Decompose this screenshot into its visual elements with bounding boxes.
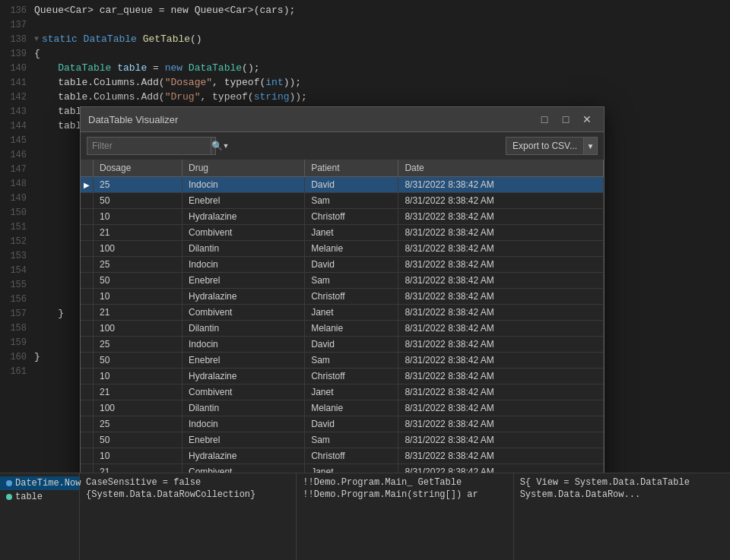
close-button[interactable]: ✕ <box>578 112 596 127</box>
cell-patient: David <box>305 337 398 353</box>
table-header: Dosage Drug Patient Date <box>81 160 604 177</box>
cell-drug: Hydralazine <box>182 448 305 464</box>
line-number: 160 <box>0 352 34 362</box>
line-code: table.Columns.Add("Dosage", typeof(int))… <box>34 77 301 88</box>
row-indicator-cell <box>81 432 94 448</box>
panel-entry: !!Demo.Program.Main_ GetTable <box>303 476 506 489</box>
line-code: } <box>34 351 40 362</box>
panel-entry: {System.Data.DataRowCollection} <box>86 489 290 501</box>
row-indicator-cell <box>81 448 94 464</box>
cell-date: 8/31/2022 8:38:42 AM <box>398 416 604 432</box>
right-panel-col-1: CaseSensitive = false{System.Data.DataRo… <box>80 473 297 560</box>
cell-drug: Dilantin <box>182 241 305 257</box>
table-row[interactable]: 25IndocinDavid8/31/2022 8:38:42 AM <box>81 337 604 353</box>
panel-entry: CaseSensitive = false <box>86 476 290 489</box>
table-row[interactable]: 25IndocinDavid8/31/2022 8:38:42 AM <box>81 257 604 273</box>
cell-date: 8/31/2022 8:38:42 AM <box>398 241 604 257</box>
table-row[interactable]: 21CombiventJanet8/31/2022 8:38:42 AM <box>81 305 604 321</box>
line-number: 140 <box>0 63 34 74</box>
table-row[interactable]: 100DilantinMelanie8/31/2022 8:38:42 AM <box>81 241 604 257</box>
column-header-drug[interactable]: Drug <box>182 160 305 177</box>
cell-dosage: 25 <box>94 257 182 273</box>
editor-line: 142 table.Columns.Add("Drug", typeof(str… <box>0 90 730 104</box>
cell-dosage: 21 <box>94 384 182 400</box>
minimize-button[interactable]: □ <box>535 112 554 127</box>
filter-input[interactable] <box>87 139 211 153</box>
line-number: 161 <box>0 366 34 377</box>
export-dropdown-button[interactable]: ▼ <box>583 138 597 154</box>
cell-dosage: 50 <box>94 432 182 448</box>
left-panel-item-datetime-now[interactable]: DateTime.Now <box>0 476 79 490</box>
line-code: table.Columns.Add("Drug", typeof(string)… <box>34 91 307 103</box>
row-indicator-cell <box>81 225 94 241</box>
cell-patient: Melanie <box>305 400 398 416</box>
row-indicator-cell <box>81 416 94 432</box>
editor-line: 136Queue<Car> car_queue = new Queue<Car>… <box>0 3 730 17</box>
cell-patient: Sam <box>305 273 398 289</box>
row-indicator-cell <box>81 241 94 257</box>
modal-titlebar[interactable]: DataTable Visualizer □ □ ✕ <box>81 107 604 132</box>
chevron-down-icon: ▼ <box>587 142 595 150</box>
table-row[interactable]: 10HydralazineChristoff8/31/2022 8:38:42 … <box>81 369 604 384</box>
table-row[interactable]: 100DilantinMelanie8/31/2022 8:38:42 AM <box>81 400 604 416</box>
table-row[interactable]: 50EnebrelSam8/31/2022 8:38:42 AM <box>81 353 604 369</box>
table-row[interactable]: 21CombiventJanet8/31/2022 8:38:42 AM <box>81 384 604 400</box>
panel-item-label: table <box>15 492 43 502</box>
cell-drug: Hydralazine <box>182 289 305 305</box>
line-code: Queue<Car> car_queue = new Queue<Car>(ca… <box>34 5 295 16</box>
cell-dosage: 10 <box>94 369 182 384</box>
table-row[interactable]: 10HydralazineChristoff8/31/2022 8:38:42 … <box>81 448 604 464</box>
line-code: static DataTable GetTable() <box>42 33 202 45</box>
table-row[interactable]: 50EnebrelSam8/31/2022 8:38:42 AM <box>81 273 604 289</box>
line-number: 136 <box>0 5 34 16</box>
cell-dosage: 50 <box>94 273 182 289</box>
line-number: 138 <box>0 34 34 45</box>
table-row[interactable]: 21CombiventJanet8/31/2022 8:38:42 AM <box>81 225 604 241</box>
line-number: 149 <box>0 193 34 204</box>
cell-dosage: 25 <box>94 177 182 193</box>
cell-drug: Enebrel <box>182 193 305 209</box>
table-row[interactable]: 50EnebrelSam8/31/2022 8:38:42 AM <box>81 432 604 448</box>
line-number: 151 <box>0 222 34 233</box>
cell-drug: Combivent <box>182 225 305 241</box>
line-number: 139 <box>0 49 34 59</box>
maximize-button[interactable]: □ <box>557 112 575 127</box>
row-indicator-cell <box>81 305 94 321</box>
line-code: DataTable table = new DataTable(); <box>34 62 259 74</box>
cell-dosage: 100 <box>94 241 182 257</box>
cell-patient: David <box>305 257 398 273</box>
cell-patient: Melanie <box>305 241 398 257</box>
line-number: 148 <box>0 179 34 189</box>
type-icon <box>6 480 12 486</box>
table-row[interactable]: 25IndocinDavid8/31/2022 8:38:42 AM <box>81 416 604 432</box>
cell-patient: Janet <box>305 305 398 321</box>
line-number: 137 <box>0 20 34 30</box>
table-row[interactable]: 50EnebrelSam8/31/2022 8:38:42 AM <box>81 193 604 209</box>
filter-search-button[interactable]: 🔍 ▼ <box>211 138 229 154</box>
table-row[interactable]: 100DilantinMelanie8/31/2022 8:38:42 AM <box>81 321 604 337</box>
column-header-date[interactable]: Date <box>398 160 604 177</box>
column-header-patient[interactable]: Patient <box>305 160 398 177</box>
table-row[interactable]: 10HydralazineChristoff8/31/2022 8:38:42 … <box>81 209 604 225</box>
export-csv-button[interactable]: Export to CSV... <box>506 138 583 154</box>
line-number: 142 <box>0 92 34 103</box>
cell-drug: Combivent <box>182 384 305 400</box>
filter-dropdown-arrow: ▼ <box>223 142 230 150</box>
editor-line: 138▼static DataTable GetTable() <box>0 32 730 46</box>
cell-date: 8/31/2022 8:38:42 AM <box>398 209 604 225</box>
line-code: } <box>34 308 64 319</box>
row-indicator-cell <box>81 209 94 225</box>
collapse-icon[interactable]: ▼ <box>34 35 39 43</box>
table-row[interactable]: 10HydralazineChristoff8/31/2022 8:38:42 … <box>81 289 604 305</box>
cell-dosage: 10 <box>94 448 182 464</box>
cell-date: 8/31/2022 8:38:42 AM <box>398 177 604 193</box>
left-panel-item-table[interactable]: table <box>0 490 79 504</box>
column-header-dosage[interactable]: Dosage <box>94 160 182 177</box>
cell-drug: Dilantin <box>182 321 305 337</box>
line-number: 156 <box>0 294 34 305</box>
cell-drug: Hydralazine <box>182 369 305 384</box>
table-row[interactable]: ▶25IndocinDavid8/31/2022 8:38:42 AM <box>81 177 604 193</box>
cell-date: 8/31/2022 8:38:42 AM <box>398 225 604 241</box>
line-number: 157 <box>0 308 34 319</box>
panel-entry: !!Demo.Program.Main(string[]) ar <box>303 489 506 501</box>
